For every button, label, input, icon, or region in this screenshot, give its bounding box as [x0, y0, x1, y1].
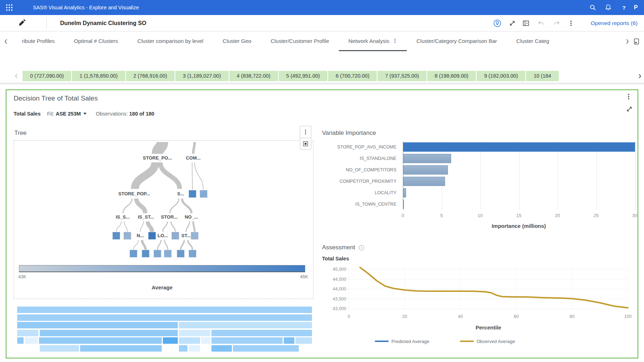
- decision-tree-visual[interactable]: STORE_PO...COM...STORE_POP...S...IS_S...…: [14, 142, 313, 261]
- icicle-segment[interactable]: [179, 345, 187, 352]
- icicle-segment[interactable]: [179, 337, 200, 344]
- cluster-chip[interactable]: 5 (492,951.00): [279, 71, 327, 81]
- cluster-chip[interactable]: 3 (1,189,027.00): [175, 71, 228, 81]
- importance-bar-locality[interactable]: [403, 188, 406, 197]
- icicle-segment[interactable]: [17, 330, 38, 336]
- tab-cluster-geo[interactable]: Cluster Geo: [213, 31, 261, 51]
- tree-leaf-node[interactable]: [164, 250, 172, 258]
- tree-leaf-node[interactable]: [113, 232, 120, 240]
- tree-leaf-node[interactable]: [154, 250, 161, 258]
- toolbar-kebab-icon[interactable]: [567, 19, 575, 28]
- tree-node-label[interactable]: N...: [137, 233, 144, 238]
- search-icon[interactable]: [589, 3, 597, 12]
- cluster-chip[interactable]: 8 (198,609.00): [427, 71, 476, 81]
- cluster-chip[interactable]: 2 (768,916.00): [126, 71, 175, 81]
- icicle-segment[interactable]: [296, 337, 312, 344]
- icicle-segment[interactable]: [284, 337, 294, 344]
- edit-pencil-icon[interactable]: [18, 19, 26, 27]
- icicle-segment[interactable]: [179, 322, 312, 328]
- collapse-panel-icon[interactable]: [522, 19, 530, 28]
- panel-kebab-icon[interactable]: [625, 93, 632, 100]
- icicle-segment[interactable]: [25, 337, 38, 344]
- icicle-segment[interactable]: [211, 337, 283, 344]
- cluster-chip[interactable]: 7 (937,525.00): [377, 71, 426, 81]
- average-gradient-legend[interactable]: [19, 265, 305, 272]
- cluster-chip[interactable]: 4 (838,722.00): [229, 71, 278, 81]
- cluster-chip[interactable]: 10 (184: [526, 71, 558, 81]
- icicle-segment[interactable]: [211, 330, 312, 336]
- tabs-scroll-right-icon[interactable]: [625, 39, 630, 44]
- icicle-segment[interactable]: [179, 330, 210, 336]
- tree-node-label[interactable]: NO_...: [185, 214, 198, 220]
- active-tab-kebab-icon[interactable]: [393, 38, 397, 43]
- cluster-chip[interactable]: 0 (727,090.00): [23, 71, 71, 81]
- apps-grid-icon[interactable]: [5, 3, 14, 12]
- tree-node-label[interactable]: STOR...: [161, 214, 178, 220]
- tree-node-label[interactable]: STORE_POP...: [118, 191, 150, 196]
- strip-scroll-right-icon[interactable]: [636, 72, 643, 80]
- icicle-segment[interactable]: [233, 345, 299, 352]
- tree-leaf-node[interactable]: [200, 190, 208, 198]
- icicle-segment[interactable]: [189, 345, 200, 352]
- tree-leaf-node[interactable]: [177, 250, 185, 258]
- icicle-segment[interactable]: [40, 330, 178, 336]
- tree-leaf-node[interactable]: [191, 232, 199, 240]
- panel-maximize-icon[interactable]: [626, 106, 633, 112]
- tree-leaf-node[interactable]: [172, 232, 179, 240]
- legend-item-observed-average[interactable]: Observed Average: [460, 339, 515, 344]
- tree-node-label[interactable]: LO...: [158, 233, 168, 238]
- undo-icon[interactable]: [537, 19, 545, 28]
- icicle-segment[interactable]: [163, 337, 178, 344]
- icicle-segment[interactable]: [80, 345, 161, 352]
- strip-scroll-left-icon[interactable]: [13, 72, 20, 80]
- tree-node-label[interactable]: IS_S...: [116, 214, 130, 220]
- icicle-segment[interactable]: [40, 345, 79, 352]
- cluster-chip[interactable]: 9 (182,003.00): [477, 71, 525, 81]
- importance-bar-no_of_competitors[interactable]: [403, 165, 448, 175]
- tree-leaf-node[interactable]: [130, 250, 137, 258]
- tab-cluster-customer-profile[interactable]: Cluster/Customer Profile: [261, 31, 338, 51]
- icicle-segment[interactable]: [201, 337, 210, 344]
- opened-reports-link[interactable]: Opened reports (6): [580, 15, 638, 31]
- tree-leaf-node[interactable]: [189, 190, 196, 198]
- importance-bar-competitor_proximity[interactable]: [403, 177, 445, 186]
- strip-scrollbar-track[interactable]: [0, 83, 644, 84]
- icicle-segment[interactable]: [17, 314, 312, 321]
- importance-bar-is_standalone[interactable]: [403, 154, 451, 163]
- icicle-segment[interactable]: [17, 337, 24, 344]
- assessment-chart[interactable]: 02040608010045,00044,50044,00043,50043,0…: [321, 264, 635, 357]
- importance-bar-is_town_centre[interactable]: [403, 200, 404, 209]
- tab-cluster-category-comparison-bar[interactable]: Cluster/Category Comparison Bar: [407, 31, 507, 51]
- observed-average-line[interactable]: [360, 268, 628, 308]
- notifications-bell-icon[interactable]: [604, 3, 613, 12]
- tab-optimal-clusters[interactable]: Optimal # Clusters: [64, 31, 128, 51]
- cluster-chip[interactable]: 1 (1,578,850.00): [72, 71, 125, 81]
- tab-cluster-categ[interactable]: Cluster Categ: [507, 31, 559, 51]
- tab-ribute-profiles[interactable]: ribute Profiles: [12, 31, 64, 51]
- page-thumbnail-icon[interactable]: [633, 38, 640, 45]
- tree-leaf-node[interactable]: [124, 232, 131, 240]
- tree-node-label[interactable]: S...: [177, 191, 184, 196]
- tree-kebab-icon[interactable]: [300, 126, 311, 138]
- tree-leaf-node[interactable]: [148, 232, 156, 240]
- fit-dropdown-caret-icon[interactable]: [83, 113, 87, 115]
- info-icon[interactable]: i: [359, 245, 364, 250]
- tree-overview-toggle-icon[interactable]: [300, 138, 311, 149]
- tree-leaf-node[interactable]: [189, 250, 196, 258]
- help-icon[interactable]: ?: [620, 3, 628, 12]
- tab-network-analysis[interactable]: Network Analysis: [339, 31, 407, 51]
- icicle-segment[interactable]: [17, 307, 312, 313]
- tab-cluster-comparison-by-level[interactable]: Cluster comparison by level: [128, 31, 213, 51]
- cluster-chip[interactable]: 6 (700,720.00): [328, 71, 377, 81]
- redo-icon[interactable]: [552, 19, 561, 28]
- tabs-scroll-left-icon[interactable]: [0, 31, 12, 51]
- icicle-segment[interactable]: [39, 337, 162, 344]
- tree-node-label[interactable]: STORE_PO...: [143, 155, 172, 161]
- user-avatar[interactable]: P: [631, 3, 640, 12]
- tree-node-label[interactable]: COM...: [186, 155, 200, 161]
- tree-node-label[interactable]: IS_ST...: [138, 214, 154, 220]
- fullscreen-expand-icon[interactable]: [508, 19, 517, 28]
- insights-lightbulb-icon[interactable]: [493, 19, 502, 28]
- tree-node-label[interactable]: ST...: [181, 233, 191, 238]
- icicle-segment[interactable]: [17, 322, 178, 328]
